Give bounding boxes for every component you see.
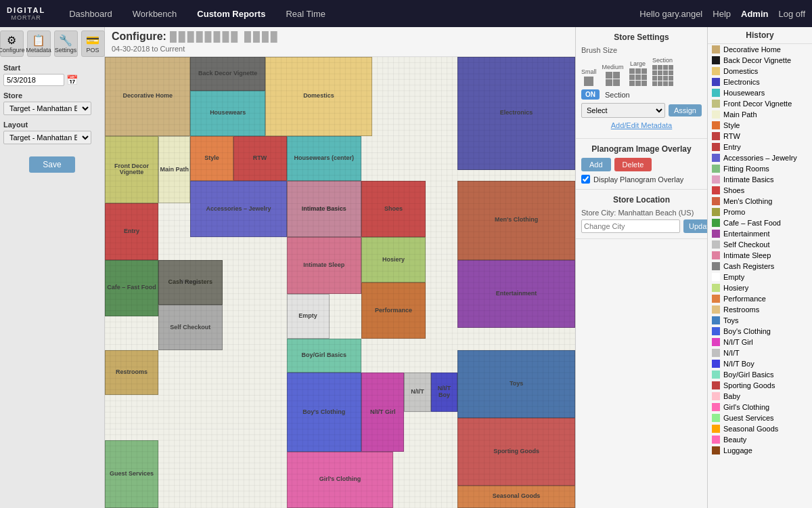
history-item[interactable]: Baby — [708, 391, 812, 402]
history-item[interactable]: Back Decor Vignette — [708, 55, 812, 66]
planogram-delete-button[interactable]: Delete — [614, 158, 652, 171]
floor-zone[interactable]: Self Checkout — [158, 305, 223, 350]
nav-realtime[interactable]: Real Time — [282, 9, 329, 19]
brush-large-box[interactable] — [629, 68, 647, 86]
add-edit-metadata-link[interactable]: Add/Edit Metadata — [581, 121, 702, 129]
brush-medium-box[interactable] — [606, 72, 620, 86]
history-item[interactable]: Decorative Home — [708, 44, 812, 55]
history-item[interactable]: N/I/T Girl — [708, 337, 812, 347]
history-item[interactable]: Entry — [708, 142, 812, 152]
pos-btn[interactable]: 💳 POS — [81, 30, 105, 57]
history-item[interactable]: Sporting Goods — [708, 380, 812, 391]
history-item[interactable]: Cash Registers — [708, 261, 812, 272]
start-date-input[interactable] — [3, 74, 64, 86]
history-item[interactable]: Cafe – Fast Food — [708, 217, 812, 228]
history-item[interactable]: Guest Services — [708, 412, 812, 423]
floor-zone[interactable]: Intimate Basics — [287, 181, 362, 237]
floor-zone[interactable]: Accessories – Jewelry — [190, 181, 286, 237]
floor-zone[interactable]: Hosiery — [361, 237, 426, 282]
nav-custom-reports[interactable]: Custom Reports — [194, 9, 269, 19]
brush-medium[interactable]: Medium — [602, 64, 624, 86]
history-item[interactable]: Main Path — [708, 109, 812, 120]
floor-zone[interactable]: Housewears (center) — [287, 136, 362, 182]
history-item[interactable]: Empty — [708, 272, 812, 282]
assign-button[interactable]: Assign — [669, 104, 702, 117]
floor-zone[interactable]: Main Path — [158, 136, 190, 204]
floor-zone[interactable]: N/I/T Girl — [361, 373, 404, 452]
history-item[interactable]: Entertainment — [708, 228, 812, 239]
history-item[interactable]: Luggage — [708, 445, 812, 456]
brush-small[interactable]: Small — [581, 68, 597, 86]
nav-dashboard[interactable]: Dashboard — [66, 9, 116, 19]
history-item[interactable]: Boy/Girl Basics — [708, 369, 812, 380]
history-item[interactable]: Men's Clothing — [708, 196, 812, 207]
section-select[interactable]: Select — [581, 103, 665, 118]
planogram-add-button[interactable]: Add — [581, 158, 611, 171]
floor-zone[interactable]: Performance — [361, 282, 426, 339]
floor-zone[interactable]: Cash Registers — [158, 260, 223, 305]
history-item[interactable]: Girl's Clothing — [708, 402, 812, 412]
floor-zone[interactable]: Intimate Sleep — [287, 237, 362, 293]
brush-small-box[interactable] — [584, 77, 593, 86]
display-planogram-checkbox[interactable] — [581, 175, 590, 184]
history-item[interactable]: Fitting Rooms — [708, 163, 812, 174]
history-item[interactable]: Performance — [708, 293, 812, 304]
history-item[interactable]: Intimate Basics — [708, 174, 812, 185]
floor-zone[interactable]: Boy/Girl Basics — [287, 339, 362, 373]
brush-large[interactable]: Large — [629, 60, 647, 86]
history-item[interactable]: Beauty — [708, 434, 812, 445]
history-item[interactable]: N/I/T — [708, 347, 812, 358]
floorplan[interactable]: Decorative HomeBack Decor VignetteDomest… — [105, 57, 575, 508]
floor-zone[interactable]: Restrooms — [105, 350, 158, 396]
floor-zone[interactable]: Domestics — [265, 57, 372, 136]
floorplan-container[interactable]: Decorative HomeBack Decor VignetteDomest… — [105, 57, 575, 508]
floor-zone[interactable]: Toys — [457, 350, 575, 418]
floor-zone[interactable]: N/I/T Boy — [431, 373, 457, 412]
logoff-link[interactable]: Log off — [778, 9, 805, 19]
floor-zone[interactable]: Back Decor Vignette — [190, 57, 265, 91]
history-item[interactable]: Toys — [708, 315, 812, 326]
settings-btn[interactable]: 🔧 Settings — [54, 30, 78, 57]
history-item[interactable]: Front Decor Vignette — [708, 98, 812, 109]
floor-zone[interactable]: Sporting Goods — [457, 418, 575, 486]
history-item[interactable]: Intimate Sleep — [708, 250, 812, 261]
configure-btn[interactable]: ⚙ Configure — [0, 30, 24, 57]
floor-zone[interactable]: Decorative Home — [105, 57, 190, 136]
floor-zone[interactable]: N/I/T — [404, 373, 430, 412]
floor-zone[interactable]: Guest Services — [105, 440, 158, 508]
history-item[interactable]: Seasonal Goods — [708, 423, 812, 434]
floor-zone[interactable]: Shoes — [361, 181, 426, 237]
history-item[interactable]: Promo — [708, 207, 812, 217]
floor-zone[interactable]: Front Decor Vignette — [105, 136, 158, 204]
nav-workbench[interactable]: Workbench — [129, 9, 181, 19]
history-item[interactable]: Housewears — [708, 87, 812, 98]
history-item[interactable]: Domestics — [708, 66, 812, 77]
update-button[interactable]: Update — [683, 219, 707, 233]
help-link[interactable]: Help — [713, 9, 731, 19]
history-item[interactable]: N/I/T Boy — [708, 358, 812, 369]
floor-zone[interactable]: Style — [190, 136, 233, 182]
floor-zone[interactable]: Men's Clothing — [457, 181, 575, 260]
floor-zone[interactable]: Entertainment — [457, 260, 575, 328]
history-item[interactable]: Electronics — [708, 77, 812, 87]
floor-zone[interactable]: Entry — [105, 203, 158, 259]
history-item[interactable]: Accessories – Jewelry — [708, 152, 812, 163]
floor-zone[interactable]: Boy's Clothing — [287, 373, 362, 452]
metadata-btn[interactable]: 📋 Metadata — [27, 30, 51, 57]
history-item[interactable]: Restrooms — [708, 304, 812, 315]
floor-zone[interactable]: Housewears — [190, 91, 265, 136]
floor-zone[interactable]: Seasonal Goods — [457, 486, 575, 508]
history-item[interactable]: Boy's Clothing — [708, 326, 812, 337]
history-item[interactable]: Style — [708, 120, 812, 131]
floor-zone[interactable]: Cafe – Fast Food — [105, 260, 158, 316]
floor-zone[interactable]: Electronics — [457, 57, 575, 170]
layout-select[interactable]: Target - Manhattan Beach 2... — [3, 131, 91, 144]
admin-link[interactable]: Admin — [741, 9, 768, 19]
floor-zone[interactable]: RTW — [233, 136, 287, 182]
calendar-icon[interactable]: 📅 — [66, 75, 78, 85]
floor-zone[interactable]: Empty — [287, 294, 330, 339]
history-item[interactable]: Shoes — [708, 185, 812, 196]
history-item[interactable]: Self Checkout — [708, 239, 812, 250]
store-select[interactable]: Target - Manhattan Beach — [3, 102, 91, 115]
history-item[interactable]: Hosiery — [708, 282, 812, 293]
